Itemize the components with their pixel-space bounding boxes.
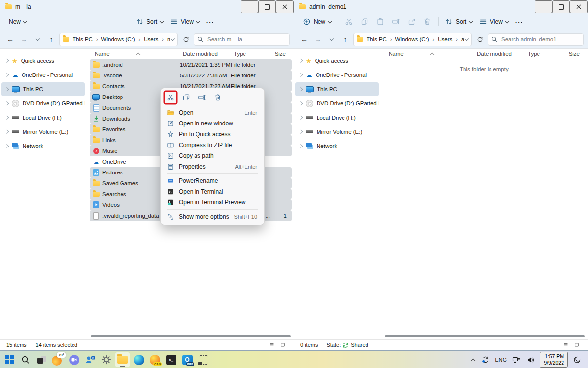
breadcrumb-separator-icon[interactable]: › [389, 36, 393, 42]
breadcrumb-item-users[interactable]: Users [142, 35, 160, 43]
sort-button[interactable]: Sort [441, 16, 476, 27]
edge-canary-button[interactable]: CAN [147, 352, 162, 367]
sidebar-item-mirror-volume-e[interactable]: Mirror Volume (E:) [295, 125, 379, 139]
forward-button[interactable]: → [18, 33, 30, 45]
titlebar-left[interactable]: m__la [0, 0, 294, 13]
menu-item-show-more-options[interactable]: Show more optionsShift+F10 [163, 211, 262, 222]
file-explorer-button[interactable] [115, 352, 130, 367]
people-button[interactable] [83, 352, 98, 367]
delete-button[interactable] [419, 16, 435, 27]
expand-chevron-icon[interactable] [5, 144, 9, 148]
sidebar-item-local-drive-h[interactable]: Local Drive (H:) [295, 111, 379, 124]
terminal-button[interactable]: >_ [164, 352, 178, 367]
sidebar-item-network[interactable]: Network [1, 139, 85, 153]
large-icons-view-button[interactable] [572, 341, 582, 349]
expand-chevron-icon[interactable] [299, 73, 303, 77]
share-button[interactable] [404, 16, 419, 27]
breadcrumb-item-users[interactable]: Users [436, 35, 454, 43]
column-header-type[interactable]: Type [528, 51, 567, 57]
volume-tray-icon[interactable] [526, 355, 536, 365]
breadcrumb-separator-icon[interactable]: › [432, 36, 436, 42]
expand-chevron-icon[interactable] [5, 87, 9, 91]
recent-locations-button[interactable] [32, 33, 44, 45]
refresh-button[interactable] [180, 33, 192, 45]
column-header-type[interactable]: Type [234, 51, 273, 57]
refresh-button[interactable] [474, 33, 486, 45]
menu-item-open[interactable]: OpenEnter [163, 107, 262, 118]
sidebar-item-dvd-drive-d-gparted-live[interactable]: DVD Drive (D:) GParted-live [295, 97, 379, 110]
recent-locations-button[interactable] [326, 33, 338, 45]
breadcrumb-separator-icon[interactable]: › [455, 36, 459, 42]
context-copy-button[interactable] [180, 92, 192, 103]
expand-chevron-icon[interactable] [5, 59, 9, 63]
back-button[interactable]: ← [298, 33, 310, 45]
breadcrumb-item-this-pc[interactable]: This PC [365, 35, 388, 43]
sidebar-item-onedrive-personal[interactable]: ☁OneDrive - Personal [1, 68, 85, 82]
menu-item-open-in-terminal[interactable]: Open in Terminal [163, 186, 262, 197]
breadcrumb-item-windows-c[interactable]: Windows (C:) [100, 35, 137, 43]
minimize-button[interactable] [535, 0, 552, 13]
expand-chevron-icon[interactable] [5, 116, 9, 120]
sidebar-item-onedrive-personal[interactable]: ☁OneDrive - Personal [295, 68, 379, 82]
search-input[interactable] [206, 36, 286, 43]
context-delete-button[interactable] [212, 92, 223, 103]
chat-button[interactable] [67, 352, 81, 367]
more-options-button[interactable]: ··· [203, 16, 218, 27]
column-header-name[interactable]: Name [92, 51, 183, 57]
language-indicator[interactable]: ENG [495, 357, 507, 363]
column-header-date[interactable]: Date modified [183, 51, 234, 57]
details-view-button[interactable] [267, 341, 277, 349]
search-input[interactable] [500, 36, 580, 43]
task-view-button[interactable] [34, 352, 49, 367]
start-button[interactable] [2, 352, 17, 367]
file-row-android[interactable]: .android10/21/2021 1:39 PMFile folder [90, 59, 292, 70]
expand-chevron-icon[interactable] [299, 101, 303, 105]
clock[interactable]: 1:57 PM 9/9/2022 [540, 352, 568, 368]
search-box-right[interactable] [488, 33, 584, 46]
expand-chevron-icon[interactable] [5, 130, 9, 134]
breadcrumb[interactable]: This PC›Windows (C:)›Users›m__la [59, 33, 178, 46]
context-rename-button[interactable] [196, 92, 208, 103]
new-button[interactable]: New [5, 16, 30, 27]
titlebar-right[interactable]: admin_demo1 [294, 0, 588, 13]
column-header-name[interactable]: Name [386, 51, 477, 57]
minimize-button[interactable] [241, 0, 258, 13]
view-button[interactable]: View [167, 16, 203, 27]
menu-item-pin-to-quick-access[interactable]: Pin to Quick access [163, 129, 262, 140]
expand-chevron-icon[interactable] [5, 73, 9, 77]
breadcrumb-separator-icon[interactable]: › [138, 36, 142, 42]
sidebar-item-network[interactable]: Network [295, 139, 379, 153]
horizontal-scrollbar[interactable] [91, 335, 291, 337]
expand-chevron-icon[interactable] [299, 144, 303, 148]
widgets-button[interactable]: 79° [50, 352, 65, 367]
menu-item-compress-to-zip-file[interactable]: Compress to ZIP file [163, 140, 262, 150]
menu-item-powerrename[interactable]: PowerRename [163, 175, 262, 186]
up-button[interactable]: ↑ [340, 33, 351, 45]
do-not-disturb-icon[interactable] [572, 355, 582, 365]
edge-button[interactable] [131, 352, 146, 367]
column-header-size[interactable]: Size [273, 51, 290, 57]
address-dropdown-icon[interactable] [465, 36, 469, 40]
close-button[interactable] [276, 0, 294, 13]
sidebar-item-mirror-volume-e[interactable]: Mirror Volume (E:) [1, 125, 85, 139]
expand-chevron-icon[interactable] [5, 101, 9, 105]
cut-button[interactable] [341, 16, 357, 27]
sidebar-item-quick-access[interactable]: ★Quick access [295, 54, 379, 68]
breadcrumb-separator-icon[interactable]: › [95, 36, 99, 42]
column-header-size[interactable]: Size [567, 51, 584, 57]
expand-chevron-icon[interactable] [299, 116, 303, 120]
rename-button[interactable] [388, 16, 404, 27]
breadcrumb-item-this-pc[interactable]: This PC [71, 35, 94, 43]
close-button[interactable] [570, 0, 588, 13]
copy-button[interactable] [357, 16, 372, 27]
sort-button[interactable]: Sort [132, 16, 167, 27]
maximize-button[interactable] [552, 0, 570, 13]
back-button[interactable]: ← [4, 33, 16, 45]
expand-chevron-icon[interactable] [299, 130, 303, 134]
expand-chevron-icon[interactable] [299, 59, 303, 63]
up-button[interactable]: ↑ [46, 33, 57, 45]
breadcrumb-item-windows-c[interactable]: Windows (C:) [394, 35, 431, 43]
forward-button[interactable]: → [312, 33, 324, 45]
more-options-button[interactable]: ··· [512, 16, 527, 27]
menu-item-open-in-terminal-preview[interactable]: Open in Terminal Preview [163, 197, 262, 208]
